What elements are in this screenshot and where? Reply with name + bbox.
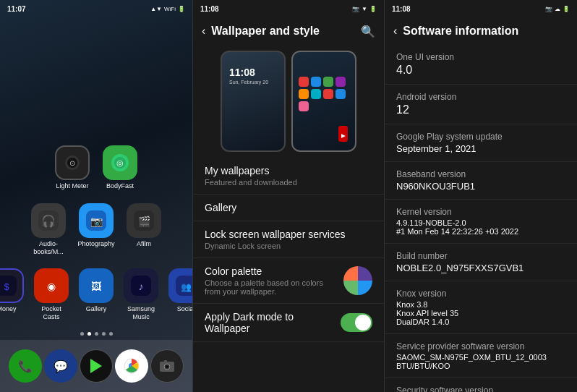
svg-text:⊙: ⊙ (69, 159, 75, 167)
info-kernel: Kernel version 4.9.119-NOBLE-2.0 #1 Mon … (385, 200, 577, 244)
software-title: Software information (403, 25, 568, 38)
app-label-social: Social (177, 305, 192, 313)
homescreen-preview[interactable]: ▶ (291, 51, 356, 152)
app-icon-photography: 📷 (79, 203, 114, 238)
status-icons-software: 📷 ☁ 🔋 (545, 6, 570, 12)
dock-chrome[interactable] (115, 349, 148, 383)
svg-marker-24 (90, 359, 102, 373)
oneui-value: 4.0 (396, 64, 565, 77)
app-samsungmusic[interactable]: ♪ Samsung Music (124, 268, 158, 321)
status-time-wallpaper: 11:08 (200, 5, 219, 13)
app-afilm[interactable]: 🎬 Afilm (125, 203, 163, 256)
section-lockscreen-services[interactable]: Lock screen wallpaper services Dynamic L… (193, 221, 384, 258)
security-label: Security software version (396, 385, 565, 392)
app-label-photography: Photography (77, 240, 114, 248)
svg-text:📞: 📞 (18, 359, 33, 373)
battery-icon-2: 🔋 (369, 6, 377, 12)
search-button[interactable]: 🔍 (361, 25, 375, 38)
info-serviceprovider: Service provider software version SAOMC_… (385, 334, 577, 378)
section-my-wallpapers[interactable]: My wallpapers Featured and downloaded (193, 158, 384, 195)
status-icons-wallpaper: 📷 ▼ 🔋 (352, 6, 377, 12)
app-label-lightmeter: Light Meter (56, 182, 88, 190)
info-build: Build number NOBLE2.0_N975FXXS7GVB1 (385, 244, 577, 281)
dark-mode-toggle[interactable] (341, 313, 372, 332)
page-dots (0, 332, 192, 336)
wallpaper-panel: 11:08 📷 ▼ 🔋 ‹ Wallpaper and style 🔍 11:0… (192, 0, 385, 392)
dot-5 (109, 332, 113, 336)
info-oneui: One UI version 4.0 (385, 45, 577, 85)
camera-icon-3: 📷 (545, 6, 552, 12)
section-dark-mode[interactable]: Apply Dark mode to Wallpaper (193, 304, 384, 342)
my-wallpapers-sub: Featured and downloaded (205, 178, 372, 187)
app-pocketcasts[interactable]: ◉ Pocket Casts (34, 268, 69, 321)
kernel-label: Kernel version (396, 207, 565, 217)
svg-point-29 (166, 365, 168, 368)
cloud-icon: ☁ (555, 6, 560, 12)
build-label: Build number (396, 251, 565, 261)
status-bar-home: 11:07 ▲▼ WiFi 🔋 (0, 0, 192, 16)
baseband-value: N960NKOU3FUB1 (396, 181, 565, 192)
app-money[interactable]: $ Money (0, 268, 24, 321)
software-header: ‹ Software information (385, 16, 577, 45)
dock-camera[interactable] (150, 349, 184, 383)
back-button[interactable]: ‹ (202, 25, 205, 38)
section-gallery[interactable]: Gallery (193, 195, 384, 221)
wallpaper-title: Wallpaper and style (211, 25, 361, 38)
app-audiobooks[interactable]: 🎧 Audio-books/M... (30, 203, 67, 256)
kernel-value: 4.9.119-NOBLE-2.0 #1 Mon Feb 14 22:32:26… (396, 218, 565, 236)
app-icon-gallery: 🖼 (79, 268, 114, 303)
knox-label: Knox version (396, 289, 565, 299)
android-label: Android version (396, 92, 565, 102)
wp-lock-date: Sun, February 20 (229, 80, 268, 85)
dark-mode-title: Apply Dark mode to Wallpaper (205, 311, 341, 334)
dot-2 (87, 332, 91, 336)
info-android: Android version 12 (385, 85, 577, 124)
app-photography[interactable]: 📷 Photography (77, 203, 115, 256)
signal-icon: ▲▼ (150, 6, 162, 12)
app-label-afilm: Afilm (137, 240, 151, 248)
lockscreen-preview[interactable]: 11:08 Sun, February 20 (221, 51, 286, 152)
home-screen-panel: 11:07 ▲▼ WiFi 🔋 ⊙ Light Meter (0, 0, 192, 392)
app-icon-bodyfast: ◎ (103, 145, 137, 180)
camera-notification-icon: 📷 (352, 6, 359, 12)
app-label-bodyfast: BodyFast (106, 182, 134, 190)
dock-playstore[interactable] (80, 349, 113, 383)
app-gallery[interactable]: 🖼 Gallery (79, 268, 114, 321)
app-bodyfast[interactable]: ◎ BodyFast (101, 145, 139, 190)
app-social[interactable]: 👥 Social (168, 268, 192, 321)
svg-text:🖼: 🖼 (91, 281, 101, 292)
dock-phone[interactable]: 📞 (9, 349, 42, 383)
my-wallpapers-title: My wallpapers (205, 165, 372, 176)
serviceprovider-label: Service provider software version (396, 341, 565, 351)
gplay-value: September 1, 2021 (396, 143, 565, 154)
status-icons-home: ▲▼ WiFi 🔋 (150, 6, 185, 12)
software-info-panel: 11:08 📷 ☁ 🔋 ‹ Software information One U… (385, 0, 577, 392)
svg-text:📷: 📷 (90, 216, 103, 228)
android-value: 12 (396, 103, 565, 116)
gplay-label: Google Play system update (396, 132, 565, 142)
app-label-pocketcasts: Pocket Casts (34, 305, 69, 321)
svg-text:$: $ (4, 282, 9, 292)
dot-3 (95, 332, 98, 336)
baseband-label: Baseband version (396, 169, 565, 179)
color-palette-icon (343, 266, 372, 295)
wallpaper-previews: 11:08 Sun, February 20 ▶ (193, 45, 384, 158)
dock: 📞 💬 (0, 340, 192, 392)
back-button-software[interactable]: ‹ (393, 25, 397, 38)
section-color-palette[interactable]: Color palette Choose a palette based on … (193, 258, 384, 304)
info-list: One UI version 4.0 Android version 12 Go… (385, 45, 577, 392)
app-icon-samsungmusic: ♪ (124, 268, 158, 303)
app-icon-social: 👥 (168, 268, 192, 303)
status-time-home: 11:07 (7, 5, 26, 13)
status-bar-wallpaper: 11:08 📷 ▼ 🔋 (193, 0, 384, 16)
svg-text:♪: ♪ (139, 281, 144, 292)
svg-text:👥: 👥 (181, 281, 192, 292)
signal-icon-2: ▼ (362, 6, 367, 12)
dock-messages[interactable]: 💬 (44, 349, 77, 383)
info-security: Security software version MDF v3.2 Relea… (385, 378, 577, 392)
svg-text:◎: ◎ (116, 158, 124, 167)
svg-text:◉: ◉ (47, 281, 56, 292)
app-lightmeter[interactable]: ⊙ Light Meter (54, 145, 91, 190)
status-bar-software: 11:08 📷 ☁ 🔋 (385, 0, 577, 16)
info-gplay: Google Play system update September 1, 2… (385, 124, 577, 162)
